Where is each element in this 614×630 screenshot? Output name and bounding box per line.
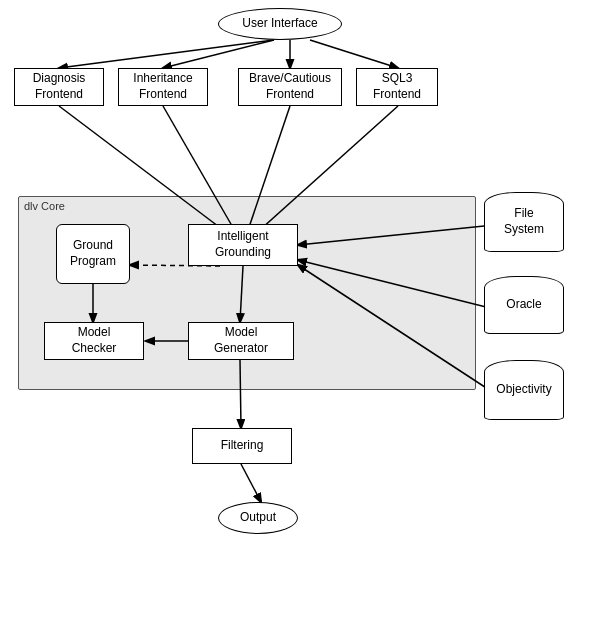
objectivity-node: Objectivity: [484, 360, 564, 420]
user-interface-node: User Interface: [218, 8, 342, 40]
svg-line-13: [241, 464, 261, 502]
model-checker-node: ModelChecker: [44, 322, 144, 360]
output-node: Output: [218, 502, 298, 534]
intelligent-grounding-node: IntelligentGrounding: [188, 224, 298, 266]
oracle-node: Oracle: [484, 276, 564, 334]
diagram: dlv Core: [0, 0, 614, 630]
filtering-node: Filtering: [192, 428, 292, 464]
ground-program-node: GroundProgram: [56, 224, 130, 284]
brave-cautious-node: Brave/CautiousFrontend: [238, 68, 342, 106]
svg-line-1: [163, 40, 274, 68]
sql3-frontend-node: SQL3Frontend: [356, 68, 438, 106]
model-generator-node: ModelGenerator: [188, 322, 294, 360]
inheritance-frontend-node: InheritanceFrontend: [118, 68, 208, 106]
dlv-core-label: dlv Core: [24, 200, 65, 212]
diagnosis-frontend-node: DiagnosisFrontend: [14, 68, 104, 106]
svg-line-0: [59, 40, 274, 68]
svg-line-3: [310, 40, 398, 68]
file-system-node: FileSystem: [484, 192, 564, 252]
